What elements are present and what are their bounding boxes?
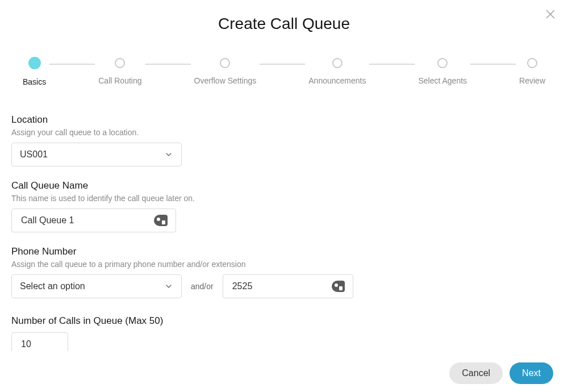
step-call-routing[interactable]: Call Routing — [98, 58, 141, 85]
chevron-down-icon — [164, 150, 173, 159]
phone-number-select[interactable]: Select an option — [11, 274, 182, 298]
step-select-agents[interactable]: Select Agents — [418, 58, 467, 85]
queue-name-input[interactable] — [20, 215, 154, 226]
num-calls-input-wrapper — [11, 332, 68, 351]
step-circle-icon — [437, 58, 448, 68]
field-queue-name: Call Queue Name This name is used to ide… — [11, 180, 545, 232]
footer: Cancel Next — [449, 362, 553, 384]
phone-label: Phone Number — [11, 246, 545, 257]
step-circle-icon — [527, 58, 537, 68]
cancel-button[interactable]: Cancel — [449, 362, 503, 384]
step-connector — [260, 64, 305, 65]
field-location: Location Assign your call queue to a loc… — [11, 114, 545, 166]
modal-title: Create Call Queue — [0, 0, 568, 33]
step-basics[interactable]: Basics — [23, 58, 46, 86]
field-num-calls: Number of Calls in Queue (Max 50) — [11, 315, 545, 351]
step-overflow-settings[interactable]: Overflow Settings — [194, 58, 257, 85]
phone-row: Select an option and/or — [11, 274, 545, 298]
step-connector — [49, 64, 95, 65]
clear-icon[interactable] — [154, 215, 168, 226]
phone-select-placeholder: Select an option — [20, 281, 85, 291]
queue-name-label: Call Queue Name — [11, 180, 545, 191]
location-label: Location — [11, 114, 545, 126]
num-calls-label: Number of Calls in Queue (Max 50) — [11, 315, 545, 327]
num-calls-input[interactable] — [20, 339, 60, 350]
step-circle-icon — [28, 57, 41, 69]
step-connector — [369, 64, 415, 65]
chevron-down-icon — [164, 282, 173, 291]
location-select-value: US001 — [20, 149, 48, 160]
step-label: Select Agents — [418, 76, 467, 85]
clear-icon[interactable] — [332, 281, 345, 292]
field-phone-number: Phone Number Assign the call queue to a … — [11, 246, 545, 298]
form-scroll-area[interactable]: Location Assign your call queue to a loc… — [0, 111, 568, 351]
step-label: Call Routing — [98, 76, 141, 85]
step-label: Review — [519, 76, 545, 85]
step-circle-icon — [220, 58, 230, 68]
step-label: Announcements — [308, 76, 366, 85]
location-select[interactable]: US001 — [11, 143, 182, 166]
andor-text: and/or — [191, 282, 214, 291]
step-review[interactable]: Review — [519, 58, 545, 85]
step-announcements[interactable]: Announcements — [308, 58, 366, 85]
queue-name-input-wrapper — [11, 208, 176, 232]
step-circle-icon — [115, 58, 125, 68]
phone-description: Assign the call queue to a primary phone… — [11, 260, 545, 269]
location-description: Assign your call queue to a location. — [11, 128, 545, 137]
extension-input[interactable] — [231, 281, 332, 292]
step-label: Overflow Settings — [194, 76, 257, 85]
extension-input-wrapper — [223, 274, 353, 298]
queue-name-description: This name is used to identify the call q… — [11, 194, 545, 203]
close-icon[interactable] — [544, 8, 557, 20]
step-circle-icon — [332, 58, 343, 68]
create-call-queue-modal: Create Call Queue Basics Call Routing Ov… — [0, 0, 568, 392]
step-connector — [145, 64, 191, 65]
step-connector — [470, 64, 516, 65]
step-label: Basics — [23, 77, 46, 86]
next-button[interactable]: Next — [509, 362, 553, 384]
stepper: Basics Call Routing Overflow Settings An… — [0, 58, 568, 86]
